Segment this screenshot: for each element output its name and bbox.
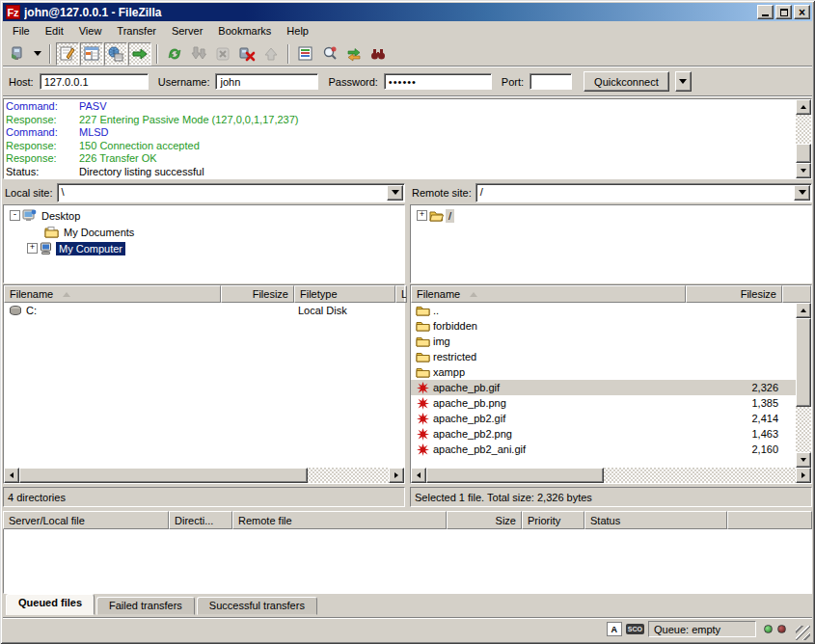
synchronized-browsing-button[interactable] bbox=[342, 42, 366, 66]
menu-edit[interactable]: Edit bbox=[38, 22, 71, 40]
scroll-right-button[interactable] bbox=[389, 468, 404, 483]
menu-file[interactable]: File bbox=[5, 22, 38, 40]
menu-help[interactable]: Help bbox=[279, 22, 316, 40]
combo-dropdown-button[interactable] bbox=[794, 185, 810, 201]
host-input[interactable] bbox=[40, 73, 149, 90]
remote-file-row[interactable]: .. bbox=[411, 303, 796, 318]
column-header-filetype[interactable]: Filetype bbox=[294, 285, 395, 303]
toggle-local-tree-button[interactable] bbox=[80, 42, 103, 66]
image-file-icon bbox=[415, 412, 430, 425]
remote-file-row-selected[interactable]: apache_pb.gif 2,326 bbox=[411, 380, 796, 395]
disconnect-icon bbox=[238, 45, 256, 63]
scroll-thumb[interactable] bbox=[796, 144, 811, 163]
tree-item-my-computer[interactable]: + My Computer bbox=[4, 240, 404, 256]
menu-bookmarks[interactable]: Bookmarks bbox=[210, 22, 279, 40]
toggle-transfer-queue-button[interactable] bbox=[128, 42, 151, 66]
scroll-left-button[interactable] bbox=[411, 468, 426, 483]
scroll-track[interactable] bbox=[796, 115, 811, 163]
quickconnect-dropdown-button[interactable] bbox=[675, 71, 692, 92]
scroll-track[interactable] bbox=[426, 468, 796, 483]
remote-file-row[interactable]: apache_pb.png 1,385 bbox=[411, 395, 796, 411]
menu-view[interactable]: View bbox=[71, 22, 110, 40]
send-led-icon bbox=[777, 625, 786, 633]
column-header-filesize[interactable]: Filesize bbox=[686, 285, 782, 303]
filter-button[interactable] bbox=[294, 42, 317, 66]
refresh-button[interactable] bbox=[163, 42, 186, 66]
remote-file-row[interactable]: forbidden bbox=[411, 318, 796, 334]
column-header-remote-file[interactable]: Remote file bbox=[232, 511, 447, 529]
directory-comparison-button[interactable] bbox=[318, 42, 341, 66]
tree-item-desktop[interactable]: - Desktop bbox=[4, 207, 404, 224]
remote-file-row[interactable]: apache_pb2.png 1,463 bbox=[411, 426, 796, 442]
scroll-track[interactable] bbox=[19, 468, 389, 483]
remote-site-combobox[interactable]: / bbox=[475, 183, 812, 202]
site-manager-button[interactable] bbox=[7, 42, 30, 66]
local-file-row[interactable]: C: Local Disk bbox=[4, 303, 404, 318]
scroll-left-button[interactable] bbox=[4, 468, 19, 483]
menu-transfer[interactable]: Transfer bbox=[109, 22, 164, 40]
file-name: apache_pb2_ani.gif bbox=[433, 443, 526, 455]
quickconnect-button[interactable]: Quickconnect bbox=[584, 71, 669, 92]
port-label: Port: bbox=[502, 76, 524, 88]
column-header-status[interactable]: Status bbox=[584, 511, 727, 529]
scroll-down-button[interactable] bbox=[796, 452, 811, 468]
password-input[interactable] bbox=[384, 73, 492, 90]
folder-icon bbox=[415, 335, 430, 348]
close-button[interactable]: × bbox=[794, 5, 810, 19]
cancel-operation-button bbox=[211, 42, 234, 66]
remote-vertical-scrollbar[interactable] bbox=[796, 303, 811, 468]
toggle-remote-tree-button[interactable] bbox=[104, 42, 127, 66]
column-header-size[interactable]: Size bbox=[447, 511, 522, 529]
filter-icon bbox=[297, 45, 314, 63]
file-name: restricted bbox=[433, 351, 476, 362]
minimize-button[interactable] bbox=[757, 5, 774, 19]
scroll-down-button[interactable] bbox=[796, 163, 811, 178]
tab-successful-transfers[interactable]: Successful transfers bbox=[197, 597, 317, 615]
column-header-direction[interactable]: Directi... bbox=[169, 511, 232, 529]
username-input[interactable] bbox=[215, 73, 318, 90]
port-input[interactable] bbox=[530, 73, 572, 90]
column-header-filename[interactable]: Filename bbox=[411, 285, 686, 303]
resize-grip[interactable] bbox=[796, 626, 810, 640]
message-log: Command:PASV Response:227 Entering Passi… bbox=[3, 98, 812, 179]
expand-icon[interactable]: + bbox=[27, 243, 38, 254]
scroll-thumb[interactable] bbox=[19, 468, 308, 483]
tree-item-root[interactable]: + / bbox=[411, 207, 811, 224]
expand-icon[interactable]: + bbox=[417, 210, 427, 221]
disconnect-button[interactable] bbox=[235, 42, 258, 66]
log-type: Response: bbox=[6, 114, 79, 127]
tree-item-my-documents[interactable]: My Documents bbox=[4, 224, 404, 240]
find-files-button[interactable] bbox=[367, 42, 390, 66]
log-vertical-scrollbar[interactable] bbox=[796, 99, 811, 178]
tab-queued-files[interactable]: Queued files bbox=[6, 594, 95, 615]
local-site-combobox[interactable]: \ bbox=[57, 183, 405, 202]
site-manager-dropdown-button[interactable] bbox=[31, 42, 44, 66]
tab-failed-transfers[interactable]: Failed transfers bbox=[96, 597, 195, 615]
scroll-right-button[interactable] bbox=[796, 468, 811, 483]
column-header-priority[interactable]: Priority bbox=[522, 511, 584, 529]
scroll-track[interactable] bbox=[796, 318, 811, 452]
remote-file-row[interactable]: apache_pb2_ani.gif 2,160 bbox=[411, 442, 796, 457]
column-header-last-modified[interactable]: L bbox=[395, 285, 407, 303]
remote-file-row[interactable]: restricted bbox=[411, 349, 796, 364]
column-header-server-local-file[interactable]: Server/Local file bbox=[3, 511, 169, 529]
scroll-thumb[interactable] bbox=[426, 468, 604, 483]
maximize-button[interactable] bbox=[775, 5, 792, 19]
menu-server[interactable]: Server bbox=[164, 22, 210, 40]
scroll-up-button[interactable] bbox=[796, 99, 811, 115]
column-header-filesize[interactable]: Filesize bbox=[221, 285, 294, 303]
scroll-up-button[interactable] bbox=[796, 303, 811, 318]
remote-file-row[interactable]: apache_pb2.gif 2,414 bbox=[411, 411, 796, 426]
remote-horizontal-scrollbar[interactable] bbox=[411, 468, 811, 483]
arrow-down-icon bbox=[801, 169, 806, 173]
scroll-thumb[interactable] bbox=[796, 318, 811, 407]
column-label: Filename bbox=[10, 288, 53, 300]
column-header-filename[interactable]: Filename bbox=[4, 285, 221, 303]
local-horizontal-scrollbar[interactable] bbox=[4, 468, 404, 483]
collapse-icon[interactable]: - bbox=[10, 210, 20, 221]
speed-limits-icon[interactable]: SCO bbox=[626, 624, 644, 634]
combo-dropdown-button[interactable] bbox=[387, 185, 403, 201]
toggle-message-log-button[interactable] bbox=[56, 42, 79, 66]
remote-file-row[interactable]: xampp bbox=[411, 364, 796, 380]
remote-file-row[interactable]: img bbox=[411, 334, 796, 349]
